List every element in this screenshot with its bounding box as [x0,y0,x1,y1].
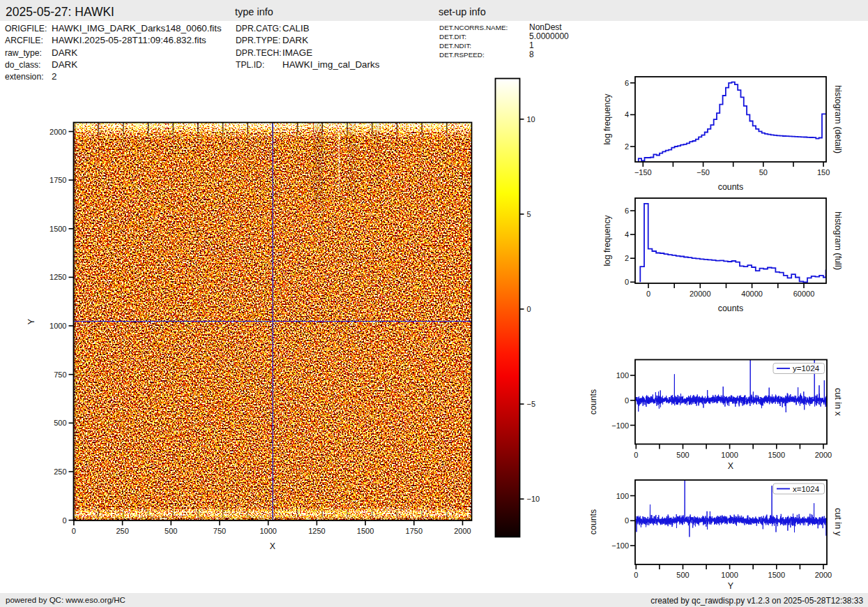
svg-text:100: 100 [616,492,629,500]
svg-text:0: 0 [634,451,638,459]
svg-text:2: 2 [52,71,56,82]
svg-text:−10: −10 [527,495,540,503]
svg-text:2: 2 [625,142,629,151]
svg-text:DET.NDIT:: DET.NDIT: [439,42,471,50]
svg-text:CALIB: CALIB [282,23,310,33]
svg-text:−50: −50 [696,168,710,177]
svg-text:1: 1 [529,40,534,50]
svg-text:50: 50 [759,168,768,177]
svg-text:250: 250 [54,467,66,476]
svg-text:1250: 1250 [308,527,325,535]
svg-text:log frequency: log frequency [602,215,612,267]
svg-text:type info: type info [235,6,273,17]
svg-text:HAWKI.2025-05-28T11:09:46.832.: HAWKI.2025-05-28T11:09:46.832.fits [52,35,206,45]
svg-text:HAWKI_IMG_DARK_Darks148_0060.f: HAWKI_IMG_DARK_Darks148_0060.fits [52,23,222,33]
svg-text:6: 6 [625,207,629,215]
svg-text:DARK: DARK [52,59,77,70]
svg-text:40000: 40000 [741,290,763,298]
svg-text:counts: counts [718,304,744,313]
svg-text:150: 150 [817,168,830,177]
svg-text:500: 500 [676,451,689,459]
svg-text:750: 750 [54,370,66,379]
svg-text:counts: counts [588,389,598,415]
svg-text:4: 4 [625,110,629,119]
svg-text:X: X [728,461,733,471]
svg-text:1500: 1500 [768,451,785,459]
svg-text:NonDest: NonDest [529,22,562,32]
svg-text:X: X [270,541,275,551]
svg-text:0: 0 [625,516,629,525]
svg-text:4: 4 [625,230,629,239]
svg-text:extension:: extension: [5,72,44,82]
svg-text:2000: 2000 [50,128,66,136]
svg-text:500: 500 [676,571,689,579]
svg-text:750: 750 [213,527,226,535]
svg-text:cut in x: cut in x [833,388,843,417]
svg-text:1000: 1000 [721,451,738,459]
svg-text:500: 500 [165,527,177,535]
svg-text:1500: 1500 [768,571,785,579]
svg-text:0: 0 [634,571,638,579]
svg-text:counts: counts [718,182,744,192]
svg-text:DPR.TYPE:: DPR.TYPE: [236,36,280,45]
svg-text:DARK: DARK [52,47,77,58]
svg-text:TPL.ID:: TPL.ID: [236,60,264,70]
svg-text:counts: counts [588,509,598,535]
svg-text:IMAGE: IMAGE [282,47,312,58]
svg-text:y=1024: y=1024 [793,364,820,373]
svg-text:DPR.TECH:: DPR.TECH: [236,48,282,58]
svg-text:histogram (full): histogram (full) [833,211,843,270]
svg-text:DARK: DARK [282,35,308,45]
svg-text:do_class:: do_class: [5,60,41,70]
svg-text:DET.DIT:: DET.DIT: [439,33,466,40]
svg-text:ARCFILE:: ARCFILE: [5,36,43,45]
svg-text:6: 6 [625,79,629,87]
svg-text:2000: 2000 [454,527,471,535]
svg-text:−150: −150 [634,168,652,177]
svg-text:x=1024: x=1024 [793,485,820,493]
svg-text:60000: 60000 [793,290,815,298]
svg-text:powered by QC: www.eso.org/HC: powered by QC: www.eso.org/HC [6,596,125,604]
svg-text:2000: 2000 [815,571,832,579]
svg-text:5.0000000: 5.0000000 [529,31,569,41]
svg-text:2000: 2000 [815,451,832,459]
svg-text:2025-05-27: HAWKI: 2025-05-27: HAWKI [6,5,114,19]
svg-text:DET.NCORRS.NAME:: DET.NCORRS.NAME: [439,24,508,31]
svg-text:8: 8 [529,50,534,59]
svg-text:ORIGFILE:: ORIGFILE: [5,24,47,33]
svg-text:Y: Y [728,581,733,591]
svg-text:1000: 1000 [50,322,66,330]
svg-text:HAWKI_img_cal_Darks: HAWKI_img_cal_Darks [282,59,380,70]
svg-text:0: 0 [625,396,629,405]
svg-text:−100: −100 [611,421,629,430]
svg-text:0: 0 [527,305,531,313]
svg-text:250: 250 [116,527,128,535]
svg-text:Y: Y [26,319,36,324]
svg-text:DPR.CATG:: DPR.CATG: [236,24,281,33]
svg-text:log frequency: log frequency [602,93,612,145]
svg-text:0: 0 [625,278,629,286]
svg-text:−5: −5 [527,400,536,408]
svg-text:cut in y: cut in y [833,508,843,537]
svg-text:2: 2 [625,254,629,262]
svg-text:DET.RSPEED:: DET.RSPEED: [439,51,485,59]
svg-text:100: 100 [616,371,629,380]
svg-text:5: 5 [527,210,531,218]
svg-text:histogram (detail): histogram (detail) [833,85,843,153]
svg-text:1500: 1500 [50,225,66,233]
svg-text:0: 0 [646,290,650,298]
svg-text:500: 500 [54,419,66,427]
svg-text:created by qc_rawdisp.py v1.2.: created by qc_rawdisp.py v1.2.3 on 2025-… [650,596,863,606]
svg-text:10: 10 [527,115,535,123]
svg-text:raw_type:: raw_type: [5,48,42,58]
svg-text:−100: −100 [611,541,629,550]
svg-text:1750: 1750 [406,527,422,535]
svg-text:1000: 1000 [721,571,738,579]
svg-text:0: 0 [62,516,66,525]
svg-text:1500: 1500 [357,527,374,535]
svg-text:20000: 20000 [690,290,711,298]
svg-text:1000: 1000 [259,527,276,535]
svg-text:set-up info: set-up info [439,6,486,17]
svg-text:1250: 1250 [50,273,66,281]
svg-text:1750: 1750 [50,176,66,184]
